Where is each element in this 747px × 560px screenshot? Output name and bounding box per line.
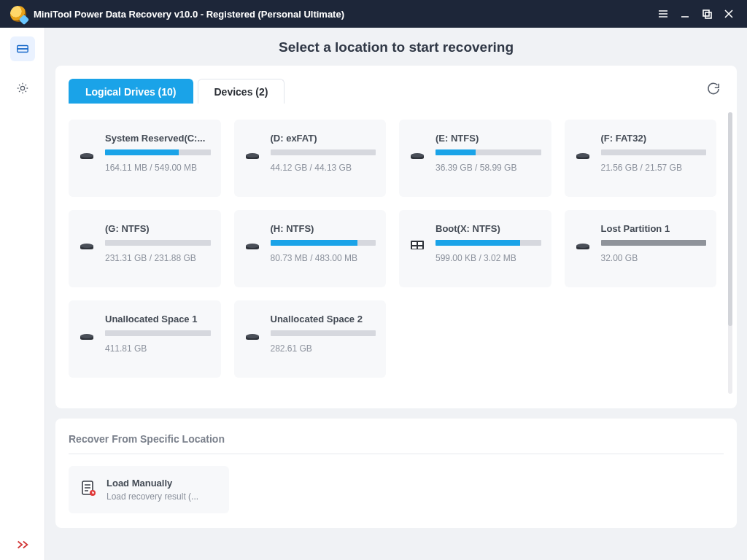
- drive-size: 411.81 GB: [105, 343, 211, 354]
- drive-size: 80.73 MB / 483.00 MB: [271, 253, 376, 263]
- usage-bar: [271, 240, 376, 246]
- drive-size: 44.12 GB / 44.13 GB: [271, 163, 376, 173]
- svg-point-4: [20, 86, 24, 90]
- disk-icon: [575, 239, 592, 254]
- recover-section-title: Recover From Specific Location: [69, 430, 724, 454]
- svg-point-6: [246, 153, 259, 158]
- drive-card[interactable]: (D: exFAT)44.12 GB / 44.13 GB: [234, 120, 387, 197]
- drive-size: 282.61 GB: [271, 343, 376, 354]
- windows-drive-icon: [409, 239, 427, 254]
- disk-icon: [244, 149, 262, 163]
- drive-card[interactable]: (E: NTFS)36.39 GB / 58.99 GB: [399, 120, 551, 197]
- disk-icon: [79, 239, 96, 254]
- refresh-button[interactable]: [703, 79, 724, 99]
- drive-name: (G: NTFS): [105, 223, 211, 234]
- drive-name: System Reserved(C:...: [105, 133, 211, 144]
- load-manually-card[interactable]: Load Manually Load recovery result (...: [69, 466, 229, 513]
- maximize-button[interactable]: [696, 0, 718, 28]
- scrollbar[interactable]: [728, 112, 732, 394]
- usage-bar: [271, 330, 376, 336]
- drive-name: (D: exFAT): [271, 133, 376, 144]
- close-button[interactable]: [718, 0, 740, 28]
- drive-name: Unallocated Space 2: [271, 314, 376, 324]
- svg-rect-12: [412, 242, 417, 245]
- disk-icon: [575, 149, 592, 163]
- usage-bar: [601, 149, 707, 155]
- svg-point-18: [246, 334, 259, 338]
- svg-point-5: [80, 153, 93, 158]
- drive-card[interactable]: System Reserved(C:...164.11 MB / 549.00 …: [69, 120, 221, 197]
- svg-rect-15: [418, 246, 422, 249]
- tab-logical-drives[interactable]: Logical Drives (10): [69, 79, 193, 104]
- svg-point-8: [576, 153, 589, 158]
- drive-name: (H: NTFS): [271, 223, 376, 234]
- drive-card[interactable]: (F: FAT32)21.56 GB / 21.57 GB: [565, 120, 717, 197]
- recover-specific-panel: Recover From Specific Location Load Manu…: [55, 419, 737, 528]
- drive-card[interactable]: Lost Partition 132.00 GB: [565, 210, 717, 287]
- drive-size: 231.31 GB / 231.88 GB: [105, 253, 211, 263]
- drive-name: Boot(X: NTFS): [436, 223, 541, 234]
- tab-devices[interactable]: Devices (2): [198, 79, 285, 104]
- app-logo-icon: [10, 6, 26, 22]
- sidebar-item-recovery[interactable]: [10, 36, 35, 61]
- minimize-button[interactable]: [674, 0, 696, 28]
- usage-bar: [436, 149, 541, 155]
- divider: [69, 454, 724, 454]
- drive-size: 36.39 GB / 58.99 GB: [436, 163, 541, 173]
- drive-size: 32.00 GB: [601, 253, 707, 263]
- disk-icon: [79, 149, 96, 163]
- disk-icon: [409, 149, 427, 163]
- usage-bar: [601, 240, 707, 246]
- svg-point-17: [80, 334, 93, 338]
- usage-bar: [271, 149, 376, 155]
- drive-name: Unallocated Space 1: [105, 314, 211, 324]
- menu-icon[interactable]: [652, 0, 674, 28]
- drive-card[interactable]: Unallocated Space 1411.81 GB: [69, 300, 221, 378]
- svg-rect-14: [412, 246, 417, 249]
- drive-card[interactable]: (G: NTFS)231.31 GB / 231.88 GB: [69, 210, 221, 287]
- drive-size: 599.00 KB / 3.02 MB: [436, 253, 541, 263]
- drive-name: (F: FAT32): [601, 133, 707, 144]
- drive-size: 21.56 GB / 21.57 GB: [601, 163, 707, 173]
- usage-bar: [105, 330, 211, 336]
- drive-size: 164.11 MB / 549.00 MB: [105, 163, 211, 173]
- svg-point-16: [576, 244, 589, 248]
- document-icon: [79, 479, 98, 501]
- load-manually-subtitle: Load recovery result (...: [107, 491, 198, 502]
- titlebar: MiniTool Power Data Recovery v10.0 - Reg…: [0, 0, 747, 28]
- load-manually-title: Load Manually: [107, 478, 198, 489]
- svg-rect-1: [705, 12, 711, 18]
- svg-point-9: [80, 244, 93, 248]
- page-title: Select a location to start recovering: [45, 28, 747, 66]
- svg-point-10: [246, 244, 259, 248]
- drive-name: Lost Partition 1: [601, 223, 707, 234]
- drive-card[interactable]: (H: NTFS)80.73 MB / 483.00 MB: [234, 210, 387, 287]
- usage-bar: [436, 240, 541, 246]
- svg-rect-13: [418, 242, 422, 245]
- drive-card[interactable]: Boot(X: NTFS)599.00 KB / 3.02 MB: [399, 210, 551, 287]
- sidebar: [0, 28, 45, 560]
- drive-card[interactable]: Unallocated Space 2282.61 GB: [234, 300, 387, 378]
- disk-icon: [244, 330, 262, 344]
- sidebar-item-settings[interactable]: [10, 76, 35, 101]
- window-title: MiniTool Power Data Recovery v10.0 - Reg…: [34, 9, 344, 20]
- sidebar-expand-button[interactable]: [0, 540, 44, 550]
- usage-bar: [105, 240, 211, 246]
- drives-panel: Logical Drives (10) Devices (2) System R…: [55, 66, 737, 408]
- svg-rect-0: [703, 10, 709, 16]
- disk-icon: [79, 330, 96, 344]
- disk-icon: [244, 239, 262, 254]
- usage-bar: [105, 149, 211, 155]
- drive-name: (E: NTFS): [436, 133, 541, 144]
- svg-rect-3: [17, 48, 27, 50]
- svg-point-7: [411, 153, 424, 158]
